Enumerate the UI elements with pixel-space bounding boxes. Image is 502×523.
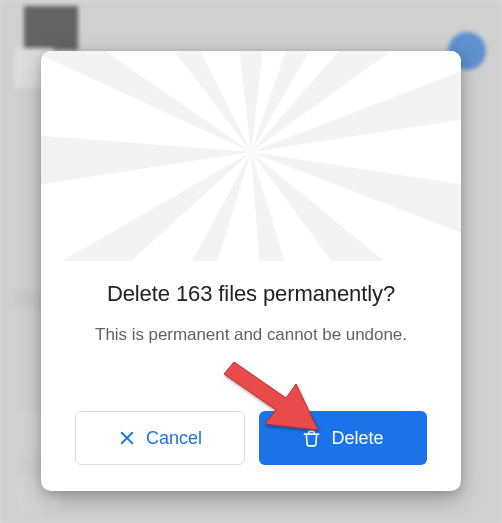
dialog-actions: Cancel Delete (75, 411, 427, 465)
dialog-subtitle: This is permanent and cannot be undone. (75, 325, 427, 345)
svg-marker-4 (251, 152, 461, 252)
delete-button[interactable]: Delete (259, 411, 427, 465)
dialog-body: Delete 163 files permanently? This is pe… (41, 261, 461, 491)
delete-button-label: Delete (331, 428, 383, 449)
dialog-illustration (41, 51, 461, 261)
cancel-button-label: Cancel (146, 428, 202, 449)
delete-confirmation-dialog: Delete 163 files permanently? This is pe… (41, 51, 461, 491)
trash-icon (302, 429, 321, 448)
dialog-title: Delete 163 files permanently? (75, 281, 427, 307)
close-icon (118, 429, 136, 447)
sunburst-graphic (41, 51, 461, 261)
svg-marker-9 (41, 132, 251, 192)
cancel-button[interactable]: Cancel (75, 411, 245, 465)
